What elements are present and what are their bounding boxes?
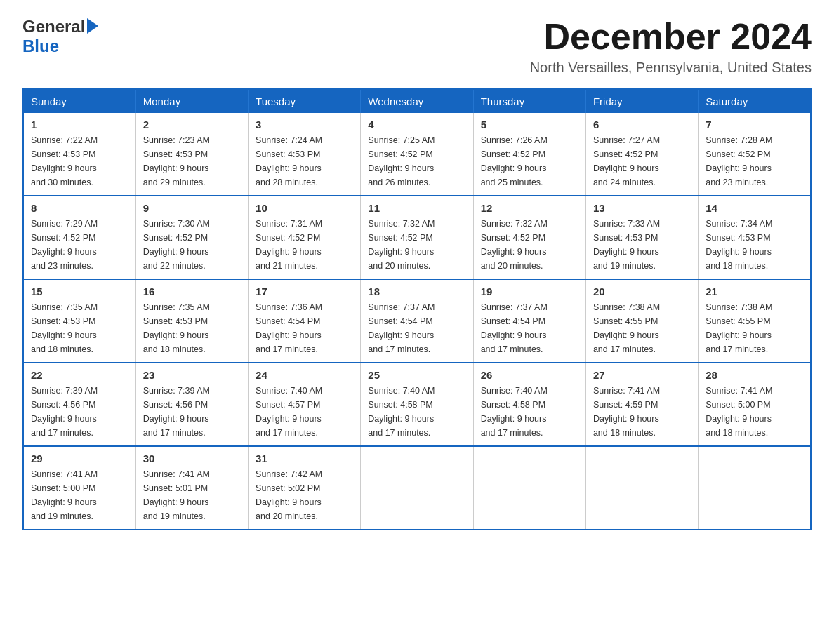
day-number: 4 [368,119,465,130]
day-number: 10 [256,202,353,214]
day-info: Sunrise: 7:35 AM Sunset: 4:53 PM Dayligh… [143,300,241,356]
day-info: Sunrise: 7:22 AM Sunset: 4:53 PM Dayligh… [31,133,128,189]
day-cell: 29 Sunrise: 7:41 AM Sunset: 5:00 PM Dayl… [23,446,135,530]
title-area: December 2024 North Versailles, Pennsylv… [530,17,812,76]
day-number: 2 [143,119,241,130]
day-info: Sunrise: 7:30 AM Sunset: 4:52 PM Dayligh… [143,217,241,273]
day-cell: 31 Sunrise: 7:42 AM Sunset: 5:02 PM Dayl… [249,446,361,530]
day-cell: 23 Sunrise: 7:39 AM Sunset: 4:56 PM Dayl… [135,363,248,446]
day-number: 31 [256,452,353,464]
day-cell: 18 Sunrise: 7:37 AM Sunset: 4:54 PM Dayl… [361,279,473,363]
day-info: Sunrise: 7:40 AM Sunset: 4:58 PM Dayligh… [481,384,578,440]
day-info: Sunrise: 7:33 AM Sunset: 4:53 PM Dayligh… [593,217,691,273]
day-cell: 3 Sunrise: 7:24 AM Sunset: 4:53 PM Dayli… [249,113,361,196]
day-info: Sunrise: 7:25 AM Sunset: 4:52 PM Dayligh… [368,133,465,189]
day-cell [473,446,585,530]
day-number: 1 [31,119,128,130]
day-number: 13 [593,202,691,214]
day-cell: 2 Sunrise: 7:23 AM Sunset: 4:53 PM Dayli… [135,113,248,196]
day-number: 16 [143,286,241,297]
day-cell: 9 Sunrise: 7:30 AM Sunset: 4:52 PM Dayli… [135,196,248,279]
day-number: 15 [31,286,128,297]
day-cell: 1 Sunrise: 7:22 AM Sunset: 4:53 PM Dayli… [23,113,135,196]
day-cell: 15 Sunrise: 7:35 AM Sunset: 4:53 PM Dayl… [23,279,135,363]
day-info: Sunrise: 7:41 AM Sunset: 5:00 PM Dayligh… [706,384,803,440]
day-number: 19 [481,286,578,297]
day-number: 21 [706,286,803,297]
day-info: Sunrise: 7:40 AM Sunset: 4:57 PM Dayligh… [256,384,353,440]
day-number: 20 [593,286,691,297]
col-header-monday: Monday [135,89,248,113]
day-info: Sunrise: 7:41 AM Sunset: 5:01 PM Dayligh… [143,467,241,523]
day-number: 28 [706,369,803,381]
day-info: Sunrise: 7:28 AM Sunset: 4:52 PM Dayligh… [706,133,803,189]
day-info: Sunrise: 7:26 AM Sunset: 4:52 PM Dayligh… [481,133,578,189]
day-cell: 24 Sunrise: 7:40 AM Sunset: 4:57 PM Dayl… [249,363,361,446]
day-number: 3 [256,119,353,130]
day-cell: 4 Sunrise: 7:25 AM Sunset: 4:52 PM Dayli… [361,113,473,196]
day-info: Sunrise: 7:23 AM Sunset: 4:53 PM Dayligh… [143,133,241,189]
page-header: General Blue December 2024 North Versail… [22,17,812,76]
day-number: 14 [706,202,803,214]
day-number: 5 [481,119,578,130]
day-cell: 8 Sunrise: 7:29 AM Sunset: 4:52 PM Dayli… [23,196,135,279]
col-header-tuesday: Tuesday [249,89,361,113]
day-number: 23 [143,369,241,381]
logo-general-text: General [22,17,85,36]
day-cell: 30 Sunrise: 7:41 AM Sunset: 5:01 PM Dayl… [135,446,248,530]
month-title: December 2024 [530,17,812,57]
day-cell [361,446,473,530]
day-cell: 7 Sunrise: 7:28 AM Sunset: 4:52 PM Dayli… [699,113,811,196]
week-row-2: 8 Sunrise: 7:29 AM Sunset: 4:52 PM Dayli… [23,196,811,279]
day-cell: 5 Sunrise: 7:26 AM Sunset: 4:52 PM Dayli… [473,113,585,196]
day-info: Sunrise: 7:34 AM Sunset: 4:53 PM Dayligh… [706,217,803,273]
day-cell: 27 Sunrise: 7:41 AM Sunset: 4:59 PM Dayl… [585,363,698,446]
day-number: 6 [593,119,691,130]
day-info: Sunrise: 7:36 AM Sunset: 4:54 PM Dayligh… [256,300,353,356]
day-info: Sunrise: 7:37 AM Sunset: 4:54 PM Dayligh… [481,300,578,356]
day-number: 11 [368,202,465,214]
day-cell: 11 Sunrise: 7:32 AM Sunset: 4:52 PM Dayl… [361,196,473,279]
day-info: Sunrise: 7:29 AM Sunset: 4:52 PM Dayligh… [31,217,128,273]
col-header-wednesday: Wednesday [361,89,473,113]
day-cell: 12 Sunrise: 7:32 AM Sunset: 4:52 PM Dayl… [473,196,585,279]
day-info: Sunrise: 7:41 AM Sunset: 4:59 PM Dayligh… [593,384,691,440]
day-cell: 17 Sunrise: 7:36 AM Sunset: 4:54 PM Dayl… [249,279,361,363]
day-number: 22 [31,369,128,381]
col-header-thursday: Thursday [473,89,585,113]
col-header-saturday: Saturday [699,89,811,113]
col-header-friday: Friday [585,89,698,113]
week-row-5: 29 Sunrise: 7:41 AM Sunset: 5:00 PM Dayl… [23,446,811,530]
day-cell [699,446,811,530]
calendar-header-row: SundayMondayTuesdayWednesdayThursdayFrid… [23,89,811,113]
day-number: 17 [256,286,353,297]
day-info: Sunrise: 7:32 AM Sunset: 4:52 PM Dayligh… [368,217,465,273]
week-row-3: 15 Sunrise: 7:35 AM Sunset: 4:53 PM Dayl… [23,279,811,363]
day-cell: 19 Sunrise: 7:37 AM Sunset: 4:54 PM Dayl… [473,279,585,363]
day-info: Sunrise: 7:37 AM Sunset: 4:54 PM Dayligh… [368,300,465,356]
day-info: Sunrise: 7:31 AM Sunset: 4:52 PM Dayligh… [256,217,353,273]
day-info: Sunrise: 7:41 AM Sunset: 5:00 PM Dayligh… [31,467,128,523]
logo-arrow-icon [87,18,98,34]
day-cell: 22 Sunrise: 7:39 AM Sunset: 4:56 PM Dayl… [23,363,135,446]
day-info: Sunrise: 7:38 AM Sunset: 4:55 PM Dayligh… [706,300,803,356]
day-number: 24 [256,369,353,381]
day-number: 12 [481,202,578,214]
day-cell: 28 Sunrise: 7:41 AM Sunset: 5:00 PM Dayl… [699,363,811,446]
day-cell [585,446,698,530]
day-number: 26 [481,369,578,381]
col-header-sunday: Sunday [23,89,135,113]
day-info: Sunrise: 7:35 AM Sunset: 4:53 PM Dayligh… [31,300,128,356]
day-info: Sunrise: 7:39 AM Sunset: 4:56 PM Dayligh… [31,384,128,440]
day-number: 8 [31,202,128,214]
day-number: 27 [593,369,691,381]
day-cell: 16 Sunrise: 7:35 AM Sunset: 4:53 PM Dayl… [135,279,248,363]
location-subtitle: North Versailles, Pennsylvania, United S… [530,60,812,76]
day-info: Sunrise: 7:40 AM Sunset: 4:58 PM Dayligh… [368,384,465,440]
day-number: 25 [368,369,465,381]
day-cell: 20 Sunrise: 7:38 AM Sunset: 4:55 PM Dayl… [585,279,698,363]
calendar-table: SundayMondayTuesdayWednesdayThursdayFrid… [22,88,812,530]
logo: General Blue [22,17,98,56]
week-row-4: 22 Sunrise: 7:39 AM Sunset: 4:56 PM Dayl… [23,363,811,446]
day-cell: 13 Sunrise: 7:33 AM Sunset: 4:53 PM Dayl… [585,196,698,279]
